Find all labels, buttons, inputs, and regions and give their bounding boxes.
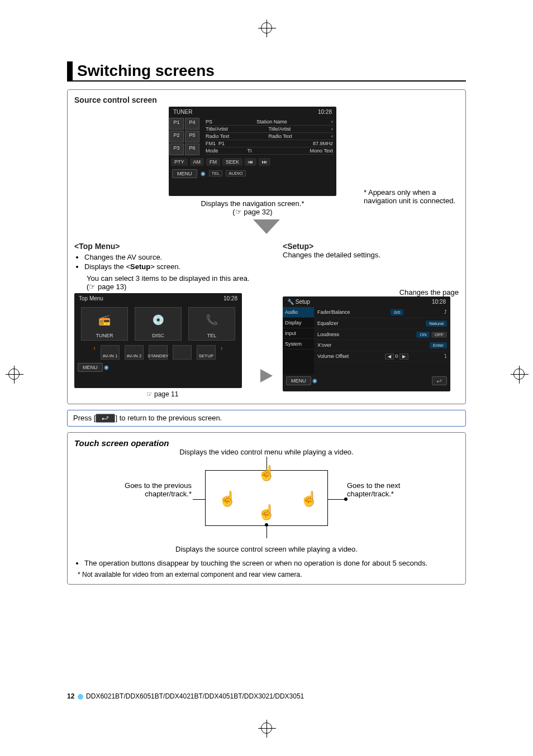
tel-chip: TEL (209, 170, 223, 176)
touch-hand-icon: ☝ (218, 490, 236, 508)
mono: Mono (310, 148, 323, 154)
mode: Mode (206, 148, 218, 154)
setup-screenshot: 🔧 Setup 10:28 Audio Display Input System… (283, 296, 450, 391)
tuner-screenshot: TUNER 10:28 P1 P4 P2 P5 P3 P6 (169, 107, 336, 196)
tile-label: TEL (189, 333, 235, 338)
nav-input: Input (283, 328, 314, 339)
nav-system: System (283, 339, 314, 350)
source-control-box: Source control screen TUNER 10:28 P1 P4 … (67, 89, 466, 404)
topmenu-title: Top Menu (79, 295, 103, 302)
preset-button: P2 (169, 131, 184, 142)
touch-left-label: Goes to the previous chapter/track.* (102, 481, 192, 498)
row-val: Title/Artist (269, 126, 291, 132)
source-control-heading: Source control screen (74, 95, 459, 104)
nav-caption-2: (☞ page 32) (232, 208, 272, 216)
row-label: Equalizer (317, 320, 339, 326)
text: Text (323, 148, 333, 154)
setup-list: Fader/Balance0/0⤴ EqualizerNatural Loudn… (314, 307, 450, 374)
tuner-button-row: PTY AM FM SEEK ⏮ ⏭ (169, 156, 336, 168)
footer-models: DDX6021BT/DDX6051BT/DDX4021BT/DDX4051BT/… (86, 692, 304, 700)
setup-column: <Setup> Changes the detailed settings. C… (283, 242, 459, 398)
menu-button: MENU (286, 376, 311, 385)
fm-button: FM (206, 158, 220, 166)
row-val-off: OFF (431, 332, 447, 338)
foot-star: * (78, 571, 80, 578)
foot-text: Not available for video from an external… (82, 571, 302, 578)
tuner-clock: 10:28 (318, 109, 332, 115)
note-text: Appears only when a navigation unit is c… (364, 188, 455, 205)
am-button: AM (190, 158, 204, 166)
freq: 87.9MHz (313, 141, 333, 146)
nav-audio: Audio (283, 307, 314, 318)
ti: TI (248, 148, 252, 154)
row-key: PS (206, 119, 212, 125)
menu-button: MENU (172, 169, 197, 178)
setup-desc: Changes the detailed settings. (283, 251, 459, 259)
chip-setup: SETUP (197, 345, 216, 360)
row-label: Loudness (317, 332, 339, 337)
press-suffix: ] to return to the previous screen. (115, 414, 222, 422)
page-title: Switching screens (67, 61, 466, 82)
row-label: X'over (317, 342, 331, 348)
preset-button: P5 (185, 131, 199, 142)
preset-button: P1 (169, 118, 184, 130)
touch-hand-icon: ☝ (258, 504, 275, 521)
tuner-presets: P1 P4 P2 P5 P3 P6 (169, 117, 202, 156)
touch-hand-icon: ☝ (300, 490, 318, 508)
row-val: Station Name (256, 119, 287, 125)
prev-track-icon: ⏮ (245, 158, 256, 166)
setup-page-label: Changes the page (283, 288, 459, 296)
bullet: Displays the <Setup> screen. (84, 262, 250, 271)
nav-compass-icon: ◉ (104, 364, 109, 370)
topmenu-clock: 10:28 (223, 295, 237, 302)
back-button-icon: ⮐ (96, 414, 115, 423)
setup-clock: 10:28 (432, 299, 446, 305)
touch-heading: Touch screen operation (74, 438, 459, 448)
preset-button: P4 (185, 118, 199, 130)
setup-heading: <Setup> (283, 242, 459, 251)
tile-tel: 📞TEL (188, 307, 235, 341)
nav-compass-icon: ◉ (312, 377, 317, 384)
touch-top-label: Displays the video control menu while pl… (74, 448, 459, 456)
page-ref: ☞ page 11 (146, 390, 179, 398)
registration-mark-icon (513, 369, 525, 380)
setup-title: Setup (296, 299, 310, 305)
press-prefix: Press [ (73, 414, 96, 422)
next-track-icon: ⏭ (259, 158, 270, 166)
preset-button: P6 (185, 143, 199, 155)
page-number: 12 (67, 692, 74, 700)
setup-nav: Audio Display Input System (283, 307, 314, 374)
top-menu-heading: <Top Menu> (74, 242, 250, 251)
chip-avin2: AV-IN 2 (125, 345, 144, 360)
nav-display: Display (283, 318, 314, 328)
tile-label: TUNER (82, 333, 127, 338)
top-menu-hint: You can select 3 items to be displayed i… (87, 274, 250, 291)
touch-bottom-label: Displays the source control screen while… (74, 545, 459, 553)
row-key: Title/Artist (206, 126, 228, 132)
preset-sel: P1 (218, 141, 225, 146)
touch-diagram: Displays the video control menu while pl… (74, 448, 459, 537)
row-val: Natural (426, 320, 447, 327)
registration-mark-icon (261, 22, 272, 34)
phone-icon: 📞 (189, 308, 235, 333)
menu-button: MENU (78, 363, 103, 372)
page-content: Switching screens Source control screen … (56, 50, 477, 695)
row-val: Radio Text (269, 133, 292, 139)
touch-bullet: The operation buttons disappear by touch… (84, 559, 459, 567)
tile-label: DISC (135, 333, 181, 338)
row-val: 0/0 (391, 309, 403, 315)
press-back-note: Press [⮐] to return to the previous scre… (67, 410, 466, 427)
row-val: 0 (395, 353, 398, 359)
chip-standby: STANDBY (149, 345, 168, 360)
back-icon: ⮐ (432, 376, 447, 385)
top-menu-screenshot: Top Menu 10:28 📻TUNER 💿DISC 📞TEL ‹ AV-IN… (74, 293, 242, 388)
tile-disc: 💿DISC (135, 307, 182, 341)
audio-chip: AUDIO (226, 170, 245, 176)
seek-button: SEEK (222, 158, 242, 166)
arrow-left-icon (260, 369, 273, 382)
footer-dot-icon (78, 694, 83, 700)
note-star: * (364, 188, 367, 197)
arrow-down-icon (253, 219, 280, 234)
registration-mark-icon (261, 722, 272, 734)
preset-button: P3 (169, 143, 184, 155)
